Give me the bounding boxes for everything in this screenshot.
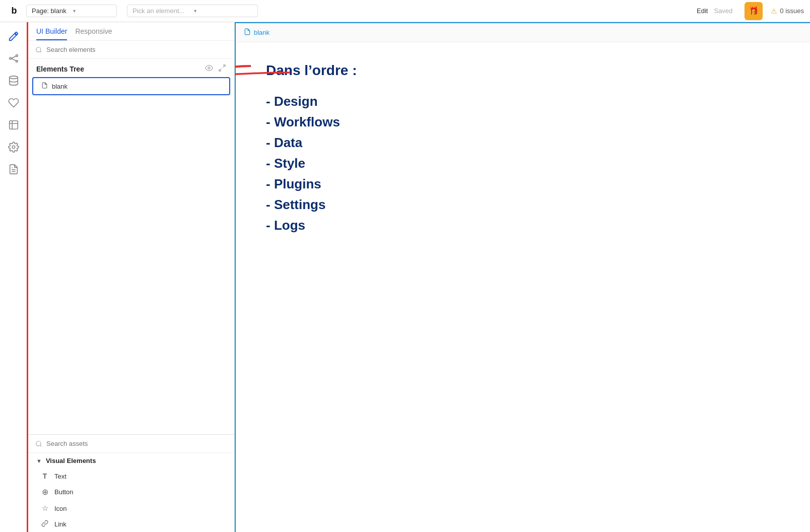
elements-tree-title: Elements Tree xyxy=(36,65,84,73)
search-elements-bar xyxy=(28,41,234,59)
svg-line-15 xyxy=(40,445,42,446)
svg-point-5 xyxy=(9,76,18,79)
sidebar-item-design[interactable] xyxy=(4,26,24,46)
page-selector[interactable]: Page: blank ▾ xyxy=(26,5,117,17)
asset-item-button[interactable]: ⊕ Button xyxy=(28,484,234,500)
asset-item-label: Icon xyxy=(54,505,67,512)
category-label: Visual Elements xyxy=(46,457,96,464)
logo: b xyxy=(6,3,22,19)
svg-line-12 xyxy=(223,65,225,68)
asset-item-label: Link xyxy=(54,520,66,528)
search-elements-icon xyxy=(35,46,42,53)
list-item: - Plugins xyxy=(266,176,780,192)
sidebar-item-settings[interactable] xyxy=(4,137,24,157)
svg-line-3 xyxy=(11,56,16,58)
gift-button[interactable]: 🎁 xyxy=(745,2,763,20)
svg-line-4 xyxy=(11,58,16,61)
svg-point-11 xyxy=(208,67,210,69)
saved-label: Saved xyxy=(714,7,732,15)
list-item: - Workflows xyxy=(266,114,780,130)
plugins-icon xyxy=(8,119,19,130)
button-icon: ⊕ xyxy=(40,487,49,497)
svg-line-10 xyxy=(40,51,42,52)
tree-item-label: blank xyxy=(52,83,68,90)
workflows-icon xyxy=(8,53,19,64)
canvas-breadcrumb: blank xyxy=(236,23,810,42)
category-arrow: ▼ xyxy=(36,458,42,464)
tree-item-icon xyxy=(41,82,48,90)
warning-icon: ⚠ xyxy=(771,7,777,15)
list-item: - Settings xyxy=(266,197,780,213)
elements-tree-body: blank xyxy=(28,77,234,434)
text-icon: T xyxy=(40,472,49,480)
breadcrumb-label: blank xyxy=(254,29,269,36)
issues-count: 0 issues xyxy=(780,7,804,15)
list-item: - Design xyxy=(266,94,780,109)
list-item: - Style xyxy=(266,156,780,171)
svg-line-13 xyxy=(219,69,222,71)
tab-ui-builder[interactable]: UI Builder xyxy=(36,27,67,40)
asset-list: ▼ Visual Elements T Text ⊕ Button ☆ Icon xyxy=(28,453,234,532)
svg-point-2 xyxy=(16,60,18,62)
settings-icon xyxy=(8,142,19,153)
element-picker-chevron: ▾ xyxy=(194,8,252,14)
expand-icon[interactable] xyxy=(218,64,226,74)
svg-point-6 xyxy=(12,146,15,149)
sidebar-item-workflows[interactable] xyxy=(4,48,24,69)
main-layout: UI Builder Responsive Elements Tree xyxy=(0,22,810,532)
asset-item-label: Text xyxy=(54,473,66,480)
search-elements-input[interactable] xyxy=(46,46,227,53)
edit-label[interactable]: Edit xyxy=(697,7,708,15)
asset-category-visual-elements[interactable]: ▼ Visual Elements xyxy=(28,453,234,469)
canvas-heading: Dans l’ordre : xyxy=(266,62,780,79)
assets-section: ▼ Visual Elements T Text ⊕ Button ☆ Icon xyxy=(28,434,234,532)
canvas-inner: blank Dans l’ordre : - Design - Workflow… xyxy=(235,22,810,532)
search-assets-icon xyxy=(35,440,42,447)
asset-item-icon[interactable]: ☆ Icon xyxy=(28,500,234,516)
sidebar-item-style[interactable] xyxy=(4,93,24,113)
page-label: Page: blank xyxy=(32,7,70,15)
sidebar-item-logs[interactable] xyxy=(4,159,24,179)
sidebar-item-plugins[interactable] xyxy=(4,115,24,135)
svg-point-14 xyxy=(36,441,41,445)
page-chevron: ▾ xyxy=(73,8,111,14)
tree-header-actions xyxy=(205,64,226,74)
data-icon xyxy=(8,75,19,86)
svg-point-1 xyxy=(16,55,18,57)
asset-item-text[interactable]: T Text xyxy=(28,469,234,484)
design-icon xyxy=(8,31,19,42)
tree-item-blank[interactable]: blank xyxy=(32,77,230,95)
link-icon xyxy=(40,520,49,528)
canvas-content: Dans l’ordre : - Design - Workflows - Da… xyxy=(236,42,810,253)
gift-icon: 🎁 xyxy=(749,6,759,16)
sidebar-tabs: UI Builder Responsive xyxy=(28,22,234,41)
sidebar-panel: UI Builder Responsive Elements Tree xyxy=(28,22,235,532)
element-picker[interactable]: Pick an element... ▾ xyxy=(127,5,258,17)
svg-point-0 xyxy=(9,57,11,59)
icon-strip xyxy=(0,22,28,532)
tab-responsive[interactable]: Responsive xyxy=(75,27,112,40)
breadcrumb-icon xyxy=(244,28,251,37)
element-picker-placeholder: Pick an element... xyxy=(132,7,191,15)
canvas-list: - Design - Workflows - Data - Style - Pl… xyxy=(266,94,780,233)
search-assets-input[interactable] xyxy=(46,440,227,447)
sidebar-item-data[interactable] xyxy=(4,71,24,91)
topbar: b Page: blank ▾ Pick an element... ▾ Edi… xyxy=(0,0,810,22)
canvas-area: blank Dans l’ordre : - Design - Workflow… xyxy=(235,22,810,532)
elements-tree-header: Elements Tree xyxy=(28,59,234,77)
visibility-icon[interactable] xyxy=(205,64,213,74)
search-assets-bar xyxy=(28,435,234,453)
asset-item-link[interactable]: Link xyxy=(28,516,234,532)
logs-icon xyxy=(8,164,19,175)
list-item: - Logs xyxy=(266,218,780,233)
asset-item-label: Button xyxy=(54,488,74,496)
issues-badge[interactable]: ⚠ 0 issues xyxy=(771,7,804,15)
svg-point-9 xyxy=(36,47,41,51)
list-item: - Data xyxy=(266,135,780,151)
icon-icon: ☆ xyxy=(40,504,49,513)
style-icon xyxy=(8,97,19,108)
